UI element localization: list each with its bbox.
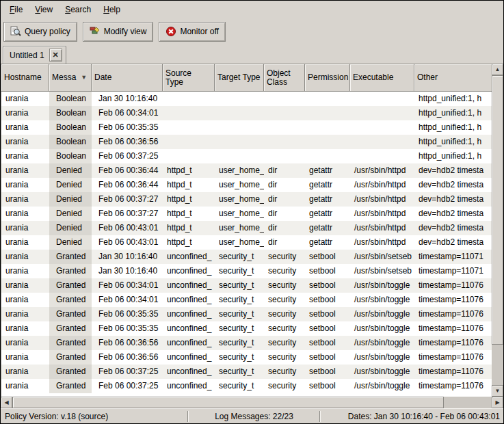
- table-row[interactable]: uraniaGrantedFeb 06 00:36:56unconfined_s…: [1, 336, 492, 350]
- table-cell: Granted: [49, 293, 92, 307]
- table-cell: urania: [1, 106, 49, 120]
- table-row[interactable]: uraniaGrantedFeb 06 00:35:35unconfined_s…: [1, 321, 492, 336]
- table-row[interactable]: uraniaGrantedFeb 06 00:35:35unconfined_s…: [1, 307, 492, 321]
- log-table-area: HostnameMessa▼DateSource TypeTarget Type…: [1, 64, 503, 408]
- column-header-permission[interactable]: Permission: [305, 64, 350, 92]
- column-header-other[interactable]: Other: [414, 64, 492, 92]
- table-cell: Granted: [49, 278, 92, 293]
- column-header-messa[interactable]: Messa▼: [49, 64, 92, 92]
- table-cell: Feb 06 00:37:25: [92, 365, 163, 379]
- column-header-date[interactable]: Date: [92, 64, 163, 92]
- menu-item-file[interactable]: File: [3, 2, 29, 17]
- query-policy-icon: [10, 26, 21, 37]
- column-header-label: Other: [417, 73, 438, 82]
- table-cell: /usr/sbin/httpd: [350, 207, 414, 221]
- table-cell: setbool: [305, 365, 350, 379]
- arrow-left-icon: ◀: [4, 399, 8, 406]
- table-row[interactable]: uraniaGrantedFeb 06 00:37:25unconfined_s…: [1, 379, 492, 393]
- column-header-executable[interactable]: Executable: [350, 64, 414, 92]
- menu-item-view[interactable]: View: [29, 2, 59, 17]
- table-cell: security_t: [215, 307, 264, 321]
- table-cell: urania: [1, 350, 49, 365]
- column-header-hostname[interactable]: Hostname: [1, 64, 49, 92]
- scroll-down-button[interactable]: ▼: [492, 385, 503, 397]
- query-policy-button[interactable]: Query policy: [3, 22, 77, 42]
- scroll-left-button[interactable]: ◀: [1, 397, 12, 408]
- table-cell: httpd_t: [163, 178, 215, 192]
- monitor-off-label: Monitor off: [180, 27, 218, 36]
- tab-untitled-1[interactable]: Untitled 1 ✕: [3, 46, 66, 64]
- table-cell: Granted: [49, 365, 92, 379]
- table-cell: /usr/sbin/toggle: [350, 379, 414, 393]
- table-row[interactable]: uraniaDeniedFeb 06 00:37:27httpd_tuser_h…: [1, 207, 492, 221]
- scroll-right-button[interactable]: ▶: [492, 397, 503, 408]
- table-cell: httpd_unified:1, h: [414, 106, 492, 120]
- table-row[interactable]: uraniaDeniedFeb 06 00:37:27httpd_tuser_h…: [1, 192, 492, 207]
- tab-close-button[interactable]: ✕: [49, 49, 62, 62]
- table-row[interactable]: uraniaDeniedFeb 06 00:36:44httpd_tuser_h…: [1, 178, 492, 192]
- table-row[interactable]: uraniaBooleanJan 30 10:16:40httpd_unifie…: [1, 92, 492, 106]
- menu-item-help[interactable]: Help: [97, 2, 127, 17]
- table-cell: urania: [1, 293, 49, 307]
- column-header-target-type[interactable]: Target Type: [215, 64, 264, 92]
- table-cell: urania: [1, 307, 49, 321]
- table-cell: /usr/sbin/httpd: [350, 235, 414, 250]
- table-row[interactable]: uraniaDeniedFeb 06 00:36:44httpd_tuser_h…: [1, 163, 492, 178]
- column-header-label: Permission: [308, 73, 348, 82]
- table-cell: dev=hdb2 timesta: [414, 207, 492, 221]
- table-cell: getattr: [305, 178, 350, 192]
- table-cell: Jan 30 10:16:40: [92, 92, 163, 106]
- vertical-scrollbar[interactable]: ▲ ▼: [492, 64, 503, 397]
- table-cell: dev=hdb2 timesta: [414, 192, 492, 207]
- horizontal-scroll-thumb[interactable]: [12, 397, 444, 408]
- table-row[interactable]: uraniaGrantedFeb 06 00:37:25unconfined_s…: [1, 365, 492, 379]
- policy-version-status: Policy Version: v.18 (source): [1, 412, 185, 421]
- menu-bar: FileViewSearchHelp: [1, 1, 503, 18]
- table-row[interactable]: uraniaGrantedFeb 06 00:34:01unconfined_s…: [1, 293, 492, 307]
- table-cell: Granted: [49, 336, 92, 350]
- table-cell: Feb 06 00:35:35: [92, 120, 163, 135]
- status-separator: [319, 411, 321, 422]
- table-cell: /usr/sbin/setseb: [350, 250, 414, 264]
- scroll-up-button[interactable]: ▲: [492, 64, 503, 75]
- column-header-object-class[interactable]: Object Class: [264, 64, 305, 92]
- table-cell: security: [264, 379, 305, 393]
- table-cell: [305, 120, 350, 135]
- table-row[interactable]: uraniaGrantedFeb 06 00:34:01unconfined_s…: [1, 278, 492, 293]
- table-row[interactable]: uraniaGrantedJan 30 10:16:40unconfined_s…: [1, 250, 492, 264]
- table-row[interactable]: uraniaBooleanFeb 06 00:34:01httpd_unifie…: [1, 106, 492, 120]
- vertical-scroll-track[interactable]: [492, 75, 503, 385]
- table-cell: Denied: [49, 178, 92, 192]
- table-cell: user_home_: [215, 221, 264, 235]
- table-row[interactable]: uraniaDeniedFeb 06 00:43:01httpd_tuser_h…: [1, 221, 492, 235]
- table-row[interactable]: uraniaGrantedJan 30 10:16:40unconfined_s…: [1, 264, 492, 278]
- table-row[interactable]: uraniaBooleanFeb 06 00:36:56httpd_unifie…: [1, 135, 492, 149]
- table-row[interactable]: uraniaGrantedFeb 06 00:36:56unconfined_s…: [1, 350, 492, 365]
- table-cell: timestamp=11071: [414, 250, 492, 264]
- column-header-source-type[interactable]: Source Type: [163, 64, 215, 92]
- table-cell: Feb 06 00:36:56: [92, 350, 163, 365]
- table-row[interactable]: uraniaBooleanFeb 06 00:37:25httpd_unifie…: [1, 149, 492, 163]
- table-cell: timestamp=11076: [414, 307, 492, 321]
- table-cell: urania: [1, 379, 49, 393]
- horizontal-scrollbar[interactable]: ◀ ▶: [1, 397, 503, 408]
- modify-view-label: Modify view: [104, 27, 147, 36]
- menu-item-search[interactable]: Search: [59, 2, 97, 17]
- table-row[interactable]: uraniaBooleanFeb 06 00:35:35httpd_unifie…: [1, 120, 492, 135]
- tab-label: Untitled 1: [10, 51, 44, 60]
- table-cell: timestamp=11076: [414, 379, 492, 393]
- table-cell: [350, 149, 414, 163]
- table-row[interactable]: uraniaDeniedFeb 06 00:43:01httpd_tuser_h…: [1, 235, 492, 250]
- table-cell: security: [264, 350, 305, 365]
- table-cell: [215, 149, 264, 163]
- table-cell: urania: [1, 264, 49, 278]
- horizontal-scroll-track[interactable]: [12, 397, 492, 408]
- table-body: uraniaBooleanJan 30 10:16:40httpd_unifie…: [1, 92, 492, 393]
- status-separator: [187, 411, 189, 422]
- table-cell: Feb 06 00:37:27: [92, 207, 163, 221]
- table-cell: timestamp=11076: [414, 336, 492, 350]
- table-cell: user_home_: [215, 192, 264, 207]
- modify-view-button[interactable]: Modify view: [83, 22, 154, 42]
- monitor-off-button[interactable]: Monitor off: [159, 22, 225, 42]
- vertical-scroll-thumb[interactable]: [492, 75, 503, 345]
